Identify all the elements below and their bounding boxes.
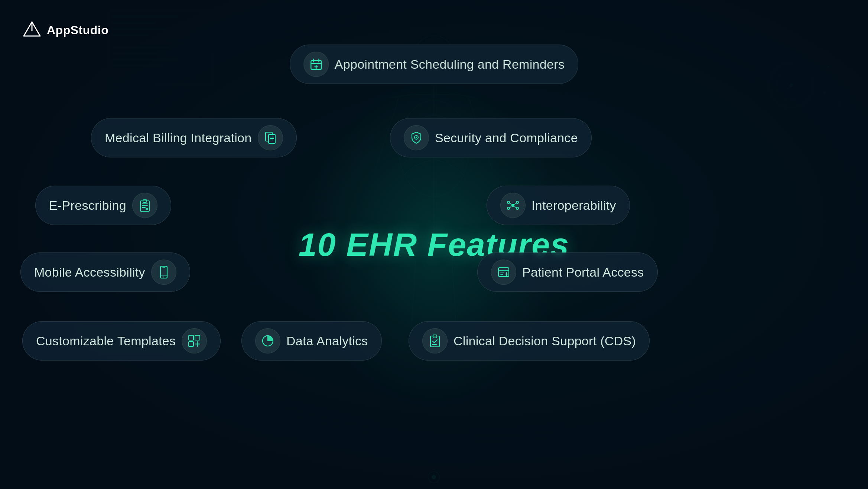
svg-line-75 [514, 206, 516, 208]
svg-rect-20 [111, 52, 160, 55]
medical-billing-label: Medical Billing Integration [105, 131, 252, 145]
svg-rect-14 [111, 15, 178, 18]
feature-clinical-decision: Clinical Decision Support (CDS) [409, 321, 650, 361]
svg-rect-87 [195, 335, 200, 340]
billing-doc-icon [264, 131, 277, 144]
feature-interoperability: Interoperability [487, 186, 630, 225]
svg-line-73 [514, 203, 516, 205]
svg-rect-80 [498, 268, 509, 277]
svg-rect-76 [160, 266, 167, 278]
clinical-icon-circle [422, 328, 448, 353]
clinical-decision-label: Clinical Decision Support (CDS) [453, 334, 636, 348]
mobile-icon-circle [151, 260, 176, 285]
interoperability-icon-circle [500, 193, 526, 218]
patient-card-icon [497, 265, 510, 279]
security-icon-circle [404, 125, 429, 150]
feature-appointment-scheduling: Appointment Scheduling and Reminders [290, 45, 578, 84]
feature-security-compliance: Security and Compliance [390, 118, 592, 157]
feature-medical-billing: Medical Billing Integration [91, 118, 297, 157]
customizable-templates-label: Customizable Templates [36, 334, 176, 348]
patient-portal-label: Patient Portal Access [522, 265, 644, 280]
svg-point-44 [432, 475, 436, 479]
svg-point-71 [516, 207, 518, 209]
svg-rect-15 [111, 22, 156, 24]
svg-point-70 [507, 207, 510, 209]
appointment-icon-circle [303, 52, 329, 77]
feature-data-analytics: Data Analytics [241, 321, 382, 361]
grid-plus-icon [188, 334, 201, 348]
app-name: AppStudio [47, 23, 108, 37]
logo-icon [22, 20, 42, 40]
clipboard-rx-icon [138, 199, 152, 212]
svg-line-33 [825, 78, 836, 93]
feature-eprescribing: E-Prescribing [35, 186, 171, 225]
svg-point-68 [507, 201, 510, 203]
feature-mobile-accessibility: Mobile Accessibility [20, 252, 190, 292]
svg-rect-21 [111, 58, 178, 61]
eprescribing-icon-circle [132, 193, 157, 218]
svg-rect-16 [111, 27, 167, 30]
svg-point-59 [416, 137, 417, 138]
svg-point-69 [516, 201, 518, 203]
svg-rect-54 [269, 134, 275, 143]
shield-icon [410, 131, 423, 144]
svg-rect-18 [111, 41, 208, 41]
smartphone-icon [157, 265, 170, 279]
customizable-icon-circle [182, 328, 207, 353]
feature-customizable-templates: Customizable Templates [22, 321, 221, 361]
patient-portal-icon-circle [491, 260, 516, 285]
interoperability-label: Interoperability [531, 198, 616, 213]
security-compliance-label: Security and Compliance [435, 131, 578, 145]
calendar-plus-icon [309, 58, 323, 71]
data-analytics-icon-circle [255, 328, 280, 353]
svg-rect-17 [111, 33, 149, 36]
appointment-scheduling-label: Appointment Scheduling and Reminders [335, 57, 565, 72]
svg-rect-19 [111, 46, 171, 49]
mobile-accessibility-label: Mobile Accessibility [34, 265, 145, 280]
medical-billing-icon-circle [258, 125, 283, 150]
svg-rect-86 [189, 335, 194, 340]
app-logo: AppStudio [22, 20, 108, 40]
feature-patient-portal: Patient Portal Access [477, 252, 658, 292]
svg-line-34 [825, 93, 839, 104]
clipboard-check-icon [428, 334, 442, 348]
svg-rect-88 [189, 342, 194, 346]
network-icon [506, 199, 520, 212]
svg-point-67 [511, 204, 514, 207]
svg-line-72 [510, 203, 511, 205]
svg-line-32 [828, 67, 836, 78]
svg-line-74 [510, 206, 511, 208]
eprescribing-label: E-Prescribing [49, 198, 126, 213]
svg-point-78 [163, 277, 164, 278]
pie-chart-icon [261, 334, 274, 348]
svg-rect-22 [111, 64, 163, 66]
data-analytics-label: Data Analytics [286, 334, 368, 348]
